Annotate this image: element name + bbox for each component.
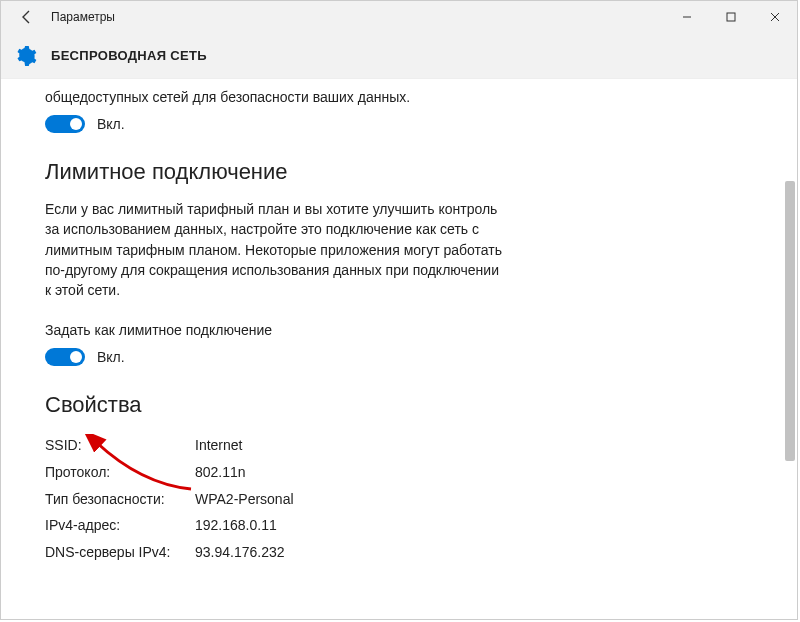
prop-val-ssid: Internet: [195, 432, 242, 459]
properties-table: SSID: Internet Протокол: 802.11n Тип без…: [45, 432, 797, 565]
gear-icon: [15, 45, 37, 67]
maximize-icon: [726, 12, 736, 22]
metered-heading: Лимитное подключение: [45, 159, 797, 185]
prop-key-ssid: SSID:: [45, 432, 195, 459]
close-icon: [770, 12, 780, 22]
titlebar: Параметры: [1, 1, 797, 33]
minimize-button[interactable]: [665, 1, 709, 33]
prop-key-security: Тип безопасности:: [45, 486, 195, 513]
page-title: БЕСПРОВОДНАЯ СЕТЬ: [51, 48, 207, 63]
prop-val-ipv4: 192.168.0.11: [195, 512, 277, 539]
svg-rect-1: [727, 13, 735, 21]
properties-heading: Свойства: [45, 392, 797, 418]
prop-val-dns: 93.94.176.232: [195, 539, 285, 566]
metered-toggle-label: Вкл.: [97, 349, 125, 365]
property-row: IPv4-адрес: 192.168.0.11: [45, 512, 797, 539]
close-button[interactable]: [753, 1, 797, 33]
property-row: Протокол: 802.11n: [45, 459, 797, 486]
window-controls: [665, 1, 797, 33]
property-row: DNS-серверы IPv4: 93.94.176.232: [45, 539, 797, 566]
public-toggle-row: Вкл.: [45, 115, 797, 133]
public-toggle-label: Вкл.: [97, 116, 125, 132]
metered-toggle-row: Вкл.: [45, 348, 797, 366]
minimize-icon: [682, 12, 692, 22]
metered-connection-toggle[interactable]: [45, 348, 85, 366]
settings-window: Параметры БЕСПРОВОДНАЯ СЕТЬ общедоступны…: [0, 0, 798, 620]
metered-toggle-caption: Задать как лимитное подключение: [45, 322, 797, 338]
public-network-toggle[interactable]: [45, 115, 85, 133]
window-title: Параметры: [51, 10, 115, 24]
public-network-text-tail: общедоступных сетей для безопасности ваш…: [45, 79, 797, 105]
prop-val-security: WPA2-Personal: [195, 486, 294, 513]
prop-val-protocol: 802.11n: [195, 459, 246, 486]
property-row: SSID: Internet: [45, 432, 797, 459]
back-button[interactable]: [9, 1, 45, 33]
page-header: БЕСПРОВОДНАЯ СЕТЬ: [1, 33, 797, 79]
prop-key-protocol: Протокол:: [45, 459, 195, 486]
maximize-button[interactable]: [709, 1, 753, 33]
prop-key-dns: DNS-серверы IPv4:: [45, 539, 195, 566]
scrollbar-thumb[interactable]: [785, 181, 795, 461]
prop-key-ipv4: IPv4-адрес:: [45, 512, 195, 539]
content-area: общедоступных сетей для безопасности ваш…: [1, 79, 797, 619]
metered-description: Если у вас лимитный тарифный план и вы х…: [45, 199, 505, 300]
property-row: Тип безопасности: WPA2-Personal: [45, 486, 797, 513]
back-arrow-icon: [19, 9, 35, 25]
